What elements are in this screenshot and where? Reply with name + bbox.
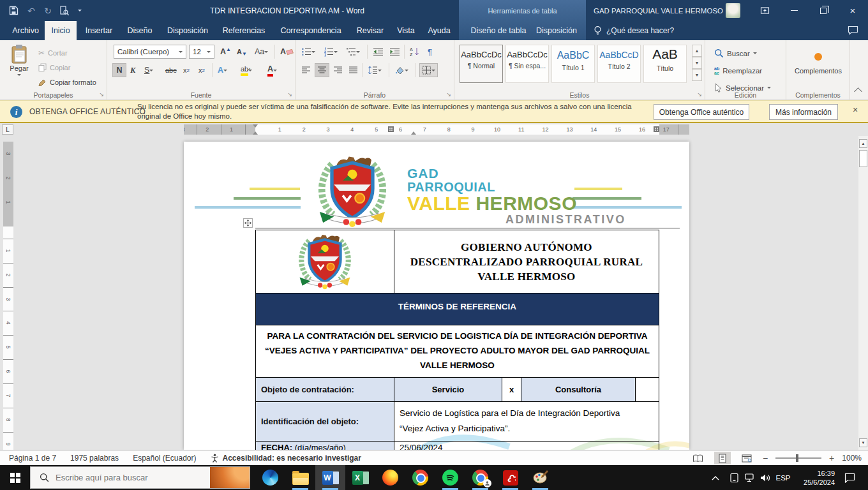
dialog-launcher-icon[interactable]: ↘ bbox=[446, 92, 451, 98]
print-preview-icon[interactable] bbox=[56, 0, 73, 21]
account-name[interactable]: GAD PARROQUIAL VALLE HERMOSO bbox=[594, 0, 723, 21]
scroll-down-arrow[interactable]: ▼ bbox=[859, 438, 867, 447]
document-table[interactable]: GOBIERNO AUTÓNOMO DESCENTRALIZADO PARROQ… bbox=[255, 230, 659, 450]
minimize-button[interactable] bbox=[780, 0, 808, 21]
change-case-button[interactable]: Aa bbox=[253, 45, 270, 59]
volume-icon[interactable] bbox=[757, 465, 774, 490]
replace-button[interactable]: abacReemplazar bbox=[714, 64, 762, 77]
taskbar-item-edge[interactable] bbox=[255, 465, 285, 490]
ribbon-display-options-icon[interactable] bbox=[751, 0, 779, 21]
dialog-launcher-icon[interactable]: ↘ bbox=[697, 92, 702, 98]
addins-button[interactable]: Complementos bbox=[793, 45, 844, 89]
tab-correspondencia[interactable]: Correspondencia bbox=[273, 21, 348, 40]
zoom-slider[interactable] bbox=[775, 454, 821, 463]
taskbar-item-word[interactable]: W bbox=[315, 465, 345, 490]
avatar[interactable] bbox=[726, 3, 740, 18]
warning-close-icon[interactable]: × bbox=[853, 105, 858, 115]
language-indicator[interactable]: ESP bbox=[774, 465, 793, 490]
qat-customize-icon[interactable] bbox=[71, 0, 88, 21]
vertical-scrollbar[interactable]: ▲ ▼ bbox=[858, 136, 868, 450]
scrollbar-thumb[interactable] bbox=[859, 150, 867, 167]
font-name-combo[interactable]: Calibri (Cuerpo) bbox=[114, 45, 186, 59]
search-daily-image[interactable] bbox=[210, 467, 250, 488]
taskbar-item-acrobat[interactable] bbox=[495, 465, 525, 490]
find-button[interactable]: Buscar bbox=[714, 47, 757, 60]
taskbar-search[interactable] bbox=[30, 466, 250, 489]
accessibility-status[interactable]: Accesibilidad: es necesario investigar bbox=[211, 454, 361, 463]
tab-table-layout[interactable]: Disposición bbox=[532, 21, 581, 40]
tab-referencias[interactable]: Referencias bbox=[217, 21, 271, 40]
read-mode-button[interactable] bbox=[690, 452, 707, 464]
redo-icon[interactable]: ↻ bbox=[40, 0, 56, 21]
restore-button[interactable] bbox=[809, 0, 837, 21]
subscript-button[interactable]: x2 bbox=[181, 63, 191, 77]
borders-button[interactable] bbox=[419, 63, 438, 77]
sort-button[interactable]: AZ bbox=[408, 45, 422, 59]
underline-button[interactable]: S bbox=[142, 63, 155, 77]
touch-keyboard-icon[interactable] bbox=[726, 465, 742, 490]
tab-vista[interactable]: Vista bbox=[391, 21, 421, 40]
line-spacing-button[interactable] bbox=[366, 63, 384, 77]
table-move-handle[interactable] bbox=[243, 218, 253, 228]
more-info-button[interactable]: Más información bbox=[769, 104, 838, 120]
highlight-button[interactable]: ab̷ bbox=[239, 63, 254, 77]
right-indent-marker[interactable] bbox=[411, 129, 416, 135]
undo-icon[interactable]: ↶ bbox=[23, 0, 40, 21]
hanging-indent-marker[interactable] bbox=[253, 129, 258, 135]
taskbar-item-paint[interactable] bbox=[525, 465, 555, 490]
table-column-marker[interactable] bbox=[654, 126, 659, 132]
strikethrough-button[interactable]: abc bbox=[163, 63, 179, 77]
zoom-in-button[interactable]: + bbox=[829, 453, 834, 463]
styles-scroll-down[interactable]: ▼ bbox=[692, 57, 702, 69]
bullets-button[interactable] bbox=[299, 45, 317, 59]
text-effects-button[interactable]: A bbox=[216, 63, 229, 77]
tab-diseno[interactable]: Diseño bbox=[121, 21, 158, 40]
language-indicator[interactable]: Español (Ecuador) bbox=[133, 454, 196, 463]
start-button[interactable] bbox=[0, 465, 30, 490]
dialog-launcher-icon[interactable]: ↘ bbox=[287, 92, 292, 98]
style-sin-espaciado[interactable]: AaBbCcDc¶ Sin espa... bbox=[505, 45, 549, 83]
taskbar-item-chrome[interactable] bbox=[405, 465, 435, 490]
taskbar-item-spotify[interactable] bbox=[435, 465, 465, 490]
pilcrow-button[interactable]: ¶ bbox=[426, 45, 434, 59]
word-count[interactable]: 1975 palabras bbox=[70, 454, 119, 463]
tab-insertar[interactable]: Insertar bbox=[79, 21, 119, 40]
tray-expand-icon[interactable] bbox=[707, 465, 724, 490]
bold-button[interactable]: N bbox=[112, 63, 126, 77]
tab-inicio[interactable]: Inicio bbox=[45, 21, 77, 40]
styles-more-button[interactable]: ▼ bbox=[692, 69, 702, 81]
shrink-font-button[interactable]: A▼ bbox=[235, 45, 249, 59]
style-titulo[interactable]: AaBTítulo bbox=[643, 45, 687, 83]
table-column-marker[interactable] bbox=[388, 126, 394, 132]
decrease-indent-button[interactable] bbox=[371, 45, 385, 59]
shading-button[interactable] bbox=[393, 63, 410, 77]
clear-formatting-button[interactable]: A bbox=[278, 45, 295, 59]
grow-font-button[interactable]: A▲ bbox=[218, 45, 233, 59]
zoom-level[interactable]: 100% bbox=[842, 454, 862, 463]
increase-indent-button[interactable] bbox=[387, 45, 402, 59]
horizontal-ruler[interactable]: 3211234567891011121314151617 bbox=[184, 124, 689, 135]
vertical-ruler[interactable]: 321 123456789 bbox=[3, 142, 13, 450]
tab-revisar[interactable]: Revisar bbox=[351, 21, 389, 40]
tab-ayuda[interactable]: Ayuda bbox=[423, 21, 456, 40]
scroll-up-arrow[interactable]: ▲ bbox=[859, 139, 867, 148]
taskbar-item-chrome-profile[interactable] bbox=[465, 465, 495, 490]
numbering-button[interactable] bbox=[322, 45, 340, 59]
zoom-slider-thumb[interactable] bbox=[796, 454, 798, 462]
tab-selector[interactable]: L bbox=[2, 124, 13, 135]
get-office-button[interactable]: Obtenga Office auténtico bbox=[654, 104, 749, 120]
search-input[interactable] bbox=[56, 473, 196, 482]
style-titulo1[interactable]: AaBbCTítulo 1 bbox=[551, 45, 595, 83]
collapse-ribbon-icon[interactable] bbox=[854, 87, 862, 96]
tab-archivo[interactable]: Archivo bbox=[8, 21, 43, 40]
paste-button[interactable]: Pegar bbox=[4, 44, 34, 91]
comments-icon[interactable] bbox=[848, 26, 858, 38]
italic-button[interactable]: K bbox=[128, 63, 137, 77]
zoom-out-button[interactable]: − bbox=[763, 453, 768, 463]
taskbar-item-firefox[interactable] bbox=[375, 465, 405, 490]
network-icon[interactable] bbox=[742, 465, 758, 490]
align-center-button[interactable] bbox=[315, 63, 329, 77]
web-layout-button[interactable] bbox=[738, 452, 755, 464]
page-indicator[interactable]: Página 1 de 7 bbox=[9, 454, 56, 463]
font-color-button[interactable]: A bbox=[266, 63, 279, 77]
